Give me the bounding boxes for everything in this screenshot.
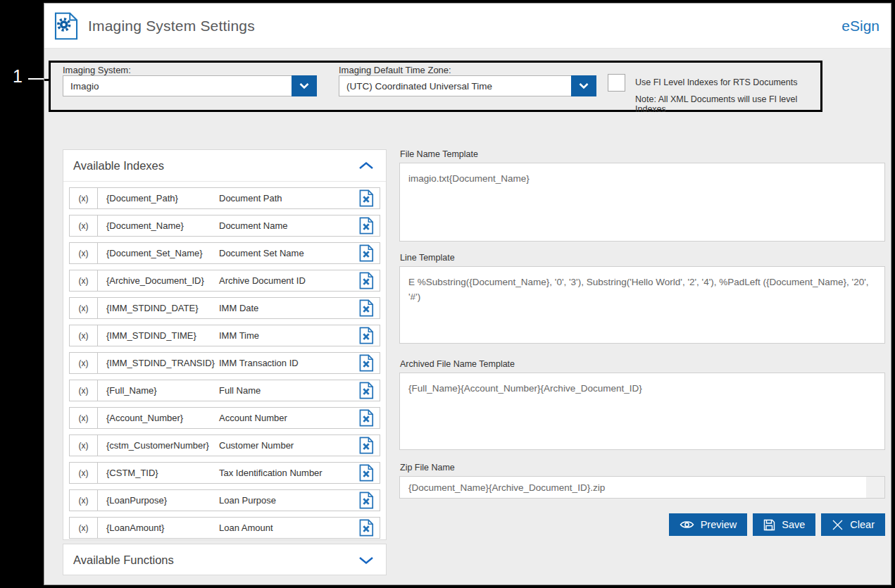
imaging-system-dropdown-button[interactable] [292,75,317,96]
index-prefix: (x) [70,518,98,538]
save-button[interactable]: Save [753,513,815,536]
clear-button-label: Clear [850,519,875,530]
index-token: {Archive_Document_ID} [98,275,219,286]
line-template-label: Line Template [400,253,885,263]
index-row[interactable]: (x) {Document_Name} Document Name [69,215,380,237]
index-row[interactable]: (x) {Document_Set_Name} Document Set Nam… [69,242,380,264]
insert-index-file-icon[interactable] [358,244,374,262]
clear-button[interactable]: Clear [821,513,885,536]
templates-column: File Name Template imagio.txt{Document_N… [399,149,885,536]
index-name: Account Number [219,413,358,423]
zip-input-scroll-strip [866,477,884,498]
time-zone-value: (UTC) Coordinated Universal Time [339,81,571,92]
zip-file-name-input[interactable] [399,476,885,499]
preview-button[interactable]: Preview [669,513,748,536]
action-buttons: Preview Save Clear [399,513,885,536]
index-prefix: (x) [70,243,98,263]
insert-index-file-icon[interactable] [358,327,374,344]
index-prefix: (x) [70,408,98,428]
available-functions-header[interactable]: Available Functions [63,544,386,576]
index-name: Document Path [219,193,358,204]
index-prefix: (x) [70,490,98,511]
index-prefix: (x) [70,270,98,291]
index-row[interactable]: (x) {Document_Path} Document Path [69,187,380,209]
insert-index-file-icon[interactable] [358,299,374,317]
index-token: {Document_Set_Name} [98,248,219,258]
insert-index-file-icon[interactable] [358,382,374,399]
index-row[interactable]: (x) {LoanAmount} Loan Amount [69,517,380,539]
fi-indexes-note: Note: All XML Documents will use FI leve… [635,94,820,114]
index-row[interactable]: (x) {cstm_CustomerNumber} Customer Numbe… [69,434,380,456]
page-title: Imaging System Settings [88,18,255,35]
index-token: {Full_Name} [98,385,219,396]
index-token: {IMM_STDIND_TRANSID} [98,358,219,368]
available-indexes-panel: Available Indexes (x) {Document_Path} Do… [63,149,387,540]
callout-number: 1 [13,66,23,87]
time-zone-dropdown[interactable]: (UTC) Coordinated Universal Time [339,75,596,96]
chevron-down-icon [299,82,310,89]
index-name: Customer Number [219,440,358,451]
callout-line [28,78,44,80]
insert-index-file-icon[interactable] [358,217,374,234]
index-token: {LoanPurpose} [98,495,219,506]
save-floppy-icon [763,519,775,531]
index-prefix: (x) [70,380,98,401]
available-indexes-title: Available Indexes [73,159,164,173]
index-row[interactable]: (x) {CSTM_TID} Tax Identification Number [69,462,380,484]
insert-index-file-icon[interactable] [358,464,374,482]
index-row[interactable]: (x) {Full_Name} Full Name [69,380,380,401]
available-functions-panel: Available Functions [63,544,387,575]
brand-esign: eSign [841,18,880,35]
index-name: Archive Document ID [219,275,358,286]
fi-indexes-checkbox[interactable] [608,74,625,92]
archived-file-name-template-input[interactable]: {Full_Name}{Account_Number}{Archive_Docu… [399,373,885,450]
time-zone-label: Imaging Default Time Zone: [339,65,451,75]
index-row-list: (x) {Document_Path} Document Path (x) {D… [63,182,386,543]
insert-index-file-icon[interactable] [358,492,374,509]
index-prefix: (x) [70,435,98,456]
index-name: IMM Date [219,303,358,313]
save-button-label: Save [782,519,805,530]
index-prefix: (x) [70,188,98,208]
index-row[interactable]: (x) {IMM_STDIND_TRANSID} IMM Transaction… [69,352,380,374]
insert-index-file-icon[interactable] [358,437,374,454]
index-token: {cstm_CustomerNumber} [98,440,219,451]
imaging-system-value: Imagio [63,81,292,92]
index-prefix: (x) [70,353,98,373]
index-name: Loan Purpose [219,495,358,506]
insert-index-file-icon[interactable] [358,272,374,289]
index-prefix: (x) [70,463,98,483]
index-row[interactable]: (x) {IMM_STDIND_DATE} IMM Date [69,297,380,319]
archived-file-name-template-label: Archived File Name Template [400,359,885,369]
index-row[interactable]: (x) {Account_Number} Account Number [69,407,380,429]
insert-index-file-icon[interactable] [358,189,374,207]
file-name-template-input[interactable]: imagio.txt{Document_Name} [399,163,885,242]
app-header: Imaging System Settings eSign [44,4,891,49]
preview-button-label: Preview [701,519,737,530]
chevron-down-icon[interactable] [358,556,375,565]
insert-index-file-icon[interactable] [358,409,374,427]
index-name: Tax Identification Number [219,468,358,478]
insert-index-file-icon[interactable] [358,519,374,537]
index-row[interactable]: (x) {Archive_Document_ID} Archive Docume… [69,270,380,292]
imaging-system-dropdown[interactable]: Imagio [63,75,317,96]
index-row[interactable]: (x) {IMM_STDIND_TIME} IMM Time [69,325,380,346]
app-window: Imaging System Settings eSign Imaging Sy… [44,3,891,585]
index-name: Full Name [219,385,358,396]
zip-file-name-label: Zip File Name [400,463,885,473]
chevron-up-icon[interactable] [358,161,375,170]
time-zone-dropdown-button[interactable] [571,75,596,96]
available-indexes-header[interactable]: Available Indexes [63,150,386,182]
index-prefix: (x) [70,325,98,346]
screenshot-root: { "annotation": { "number": "1" }, "head… [0,0,895,588]
index-row[interactable]: (x) {LoanPurpose} Loan Purpose [69,489,380,511]
clear-x-icon [832,519,844,531]
index-name: Loan Amount [219,523,358,533]
line-template-input[interactable]: E %Substring({Document_Name}, '0', '3'),… [399,266,885,344]
document-gear-icon [54,12,78,40]
index-token: {Document_Name} [98,220,219,231]
available-functions-title: Available Functions [73,553,174,567]
insert-index-file-icon[interactable] [358,354,374,372]
chevron-down-icon [578,82,589,89]
index-token: {IMM_STDIND_DATE} [98,303,219,313]
